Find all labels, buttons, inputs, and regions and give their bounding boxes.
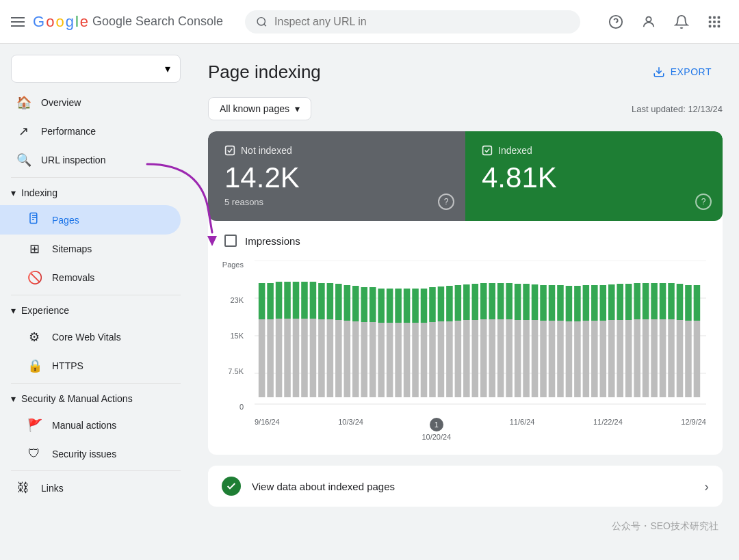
svg-point-4 <box>646 16 651 21</box>
svg-rect-87 <box>515 284 521 320</box>
svg-rect-19 <box>226 146 235 155</box>
notifications-icon-button[interactable] <box>668 8 695 36</box>
menu-icon[interactable] <box>11 17 25 27</box>
flag-icon: 🚩 <box>27 418 41 433</box>
x-label-3: 1 10/20/24 <box>422 418 451 441</box>
sidebar-item-core-web-vitals[interactable]: ⚙ Core Web Vitals <box>0 323 181 351</box>
not-indexed-help-icon[interactable]: ? <box>438 194 454 210</box>
svg-rect-38 <box>310 319 317 397</box>
svg-rect-36 <box>301 319 308 397</box>
svg-rect-28 <box>267 319 274 397</box>
svg-rect-5 <box>709 16 712 18</box>
search-bar[interactable] <box>245 10 580 34</box>
view-data-card[interactable]: View data about indexed pages › <box>208 466 723 507</box>
svg-rect-63 <box>412 289 419 323</box>
svg-rect-108 <box>608 320 615 397</box>
filter-button[interactable]: All known pages ▾ <box>208 97 311 120</box>
svg-rect-35 <box>293 282 300 319</box>
svg-rect-83 <box>497 283 504 319</box>
impressions-row: Impressions <box>224 235 706 247</box>
svg-rect-88 <box>523 320 530 397</box>
help-icon-button[interactable] <box>602 8 630 36</box>
sidebar-item-links[interactable]: ⛓ Links <box>0 474 181 502</box>
svg-rect-13 <box>718 25 721 27</box>
google-logo[interactable]: Google Google Search Console <box>33 13 223 31</box>
svg-rect-6 <box>713 16 716 18</box>
chevron-icon: ▾ <box>11 187 16 198</box>
svg-rect-119 <box>651 283 658 319</box>
impressions-checkbox[interactable] <box>224 235 237 247</box>
svg-rect-84 <box>506 319 513 397</box>
filter-label: All known pages <box>220 103 289 114</box>
not-indexed-header: Not indexed <box>224 145 449 156</box>
svg-rect-98 <box>566 321 573 397</box>
sidebar-item-overview[interactable]: 🏠 Overview <box>0 88 181 117</box>
svg-rect-50 <box>361 322 367 397</box>
svg-rect-94 <box>549 321 556 397</box>
svg-rect-78 <box>480 319 487 397</box>
checkbox-icon <box>224 145 235 156</box>
chevron-icon: ▾ <box>11 305 16 316</box>
sidebar-item-https[interactable]: 🔒 HTTPS <box>0 351 181 380</box>
main-layout: ▾ 🏠 Overview ↗ Performance 🔍 URL inspect… <box>0 44 739 560</box>
chevron-down-icon: ▾ <box>165 62 170 75</box>
page-header: Page indexing EXPORT <box>208 60 723 83</box>
search-icon <box>256 16 268 28</box>
svg-rect-110 <box>617 320 623 397</box>
apps-icon-button[interactable] <box>701 8 728 36</box>
svg-rect-54 <box>378 323 385 397</box>
svg-rect-81 <box>489 283 495 319</box>
svg-rect-37 <box>301 282 308 319</box>
export-button[interactable]: EXPORT <box>642 60 723 83</box>
svg-rect-66 <box>429 322 436 397</box>
svg-rect-68 <box>438 321 445 397</box>
sidebar-item-security-issues[interactable]: 🛡 Security issues <box>0 440 181 468</box>
sidebar-item-label: Pages <box>52 215 79 226</box>
sidebar-section-experience[interactable]: ▾ Experience <box>0 298 192 323</box>
sidebar-section-indexing[interactable]: ▾ Indexing <box>0 181 192 205</box>
svg-rect-122 <box>668 319 675 397</box>
sidebar-item-sitemaps[interactable]: ⊞ Sitemaps <box>0 235 181 263</box>
not-indexed-card: Not indexed 14.2K 5 reasons ? <box>208 131 465 221</box>
chevron-icon: ▾ <box>11 393 16 404</box>
sidebar-item-pages[interactable]: Pages <box>0 205 181 235</box>
indexed-help-icon[interactable]: ? <box>695 194 712 210</box>
sidebar-item-label: HTTPS <box>52 360 83 371</box>
svg-rect-73 <box>455 285 462 321</box>
filter-chevron-icon: ▾ <box>295 103 300 114</box>
sidebar-item-label: Sitemaps <box>52 243 92 254</box>
lock-icon: 🔒 <box>27 358 41 373</box>
sidebar-item-label: Removals <box>52 272 94 283</box>
sidebar-item-performance[interactable]: ↗ Performance <box>0 117 181 146</box>
not-indexed-sub: 5 reasons <box>224 197 449 207</box>
svg-rect-58 <box>395 323 402 397</box>
svg-rect-57 <box>387 289 393 323</box>
sidebar-item-removals[interactable]: 🚫 Removals <box>0 263 181 292</box>
svg-rect-121 <box>660 283 666 319</box>
sidebar-item-manual-actions[interactable]: 🚩 Manual actions <box>0 411 181 440</box>
x-label-4: 11/6/24 <box>510 418 535 441</box>
svg-rect-79 <box>480 283 487 319</box>
svg-rect-127 <box>685 285 692 321</box>
section-label: Experience <box>21 305 69 316</box>
x-label-2: 10/3/24 <box>338 418 363 441</box>
search-input[interactable] <box>274 16 569 28</box>
checkbox-indexed-icon <box>482 145 493 156</box>
svg-rect-26 <box>259 319 265 397</box>
svg-rect-61 <box>404 289 411 323</box>
x-label-1: 9/16/24 <box>255 418 280 441</box>
sidebar-item-url-inspection[interactable]: 🔍 URL inspection <box>0 146 181 174</box>
search-nav-icon: 🔍 <box>16 152 30 168</box>
property-selector[interactable]: ▾ <box>11 55 181 83</box>
sidebar-item-label: Security issues <box>52 449 116 459</box>
svg-rect-33 <box>284 282 291 319</box>
shield-icon: 🛡 <box>27 446 41 461</box>
svg-rect-118 <box>651 319 658 397</box>
sidebar-item-label: Links <box>41 483 64 494</box>
chart-container: (function() { const svg = document.query… <box>255 261 706 441</box>
impressions-label: Impressions <box>245 235 300 247</box>
x-label-6: 12/9/24 <box>681 418 706 441</box>
account-icon-button[interactable] <box>635 8 662 36</box>
sidebar-section-security[interactable]: ▾ Security & Manual Actions <box>0 386 192 411</box>
svg-rect-65 <box>421 289 428 323</box>
